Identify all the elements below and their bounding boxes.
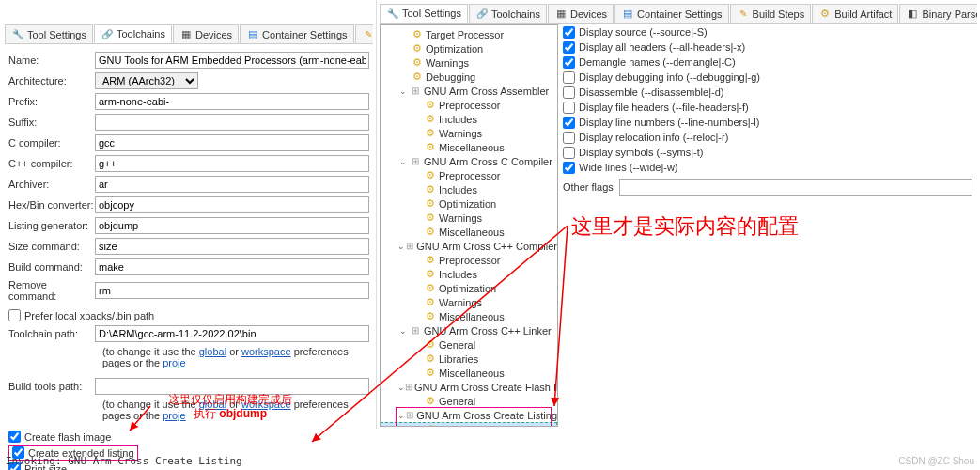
tree-cpp-preproc[interactable]: Preprocessor (381, 253, 557, 267)
rtab-devices[interactable]: Devices (548, 4, 614, 23)
steps-icon (362, 28, 373, 41)
tree-cppcomp[interactable]: ⌄GNU Arm Cross C++ Compiler (381, 239, 557, 253)
name-field[interactable] (95, 52, 369, 69)
archiver-field[interactable] (95, 176, 369, 193)
rtab-tool-settings[interactable]: Tool Settings (380, 4, 468, 23)
tab-devices[interactable]: Devices (173, 24, 239, 43)
opt-disasm[interactable] (563, 86, 575, 99)
archiver-label: Archiver: (8, 179, 95, 190)
tree-c-warnings[interactable]: Warnings (381, 211, 557, 225)
opt-wide[interactable] (563, 162, 575, 174)
expander-icon[interactable]: ⌄ (397, 242, 405, 251)
tree-linker[interactable]: ⌄GNU Arm Cross C++ Linker (381, 323, 557, 337)
tree-cpp-opt[interactable]: Optimization (381, 281, 557, 295)
rtab-build-steps[interactable]: Build Steps (730, 4, 812, 23)
rtab-binary-parsers[interactable]: Binary Parsers (899, 4, 977, 23)
tree-cpp-warnings[interactable]: Warnings (381, 295, 557, 309)
expander-icon[interactable]: ⌄ (397, 383, 405, 392)
tree-asm-misc[interactable]: Miscellaneous (381, 140, 557, 154)
tree-target-processor[interactable]: Target Processor (381, 27, 557, 41)
tree-debugging[interactable]: Debugging (381, 70, 557, 84)
right-tabstrip: Tool Settings Toolchains Devices Contain… (380, 3, 977, 24)
suffix-field[interactable] (95, 114, 369, 131)
tree-asm[interactable]: ⌄GNU Arm Cross Assembler (381, 84, 557, 98)
opt-reloc[interactable] (563, 132, 575, 144)
tree-flash-general[interactable]: General (381, 394, 557, 408)
tab-tool-settings[interactable]: Tool Settings (5, 24, 93, 43)
remove-field[interactable] (95, 282, 369, 299)
tab-container-settings[interactable]: Container Settings (240, 24, 354, 43)
opt-file-headers[interactable] (563, 102, 575, 114)
hex-field[interactable] (95, 196, 369, 213)
tree-c-includes[interactable]: Includes (381, 182, 557, 196)
project-link[interactable]: proje (163, 357, 185, 368)
gear-icon (411, 56, 424, 70)
opt-source[interactable] (563, 26, 575, 39)
expander-icon[interactable]: ⌄ (397, 157, 409, 166)
tree-cpp-misc[interactable]: Miscellaneous (381, 309, 557, 323)
ccomp-label: C compiler: (8, 137, 95, 149)
gear-icon (424, 113, 437, 126)
tree-asm-preproc[interactable]: Preprocessor (381, 98, 557, 112)
global-link[interactable]: global (199, 346, 226, 357)
tree-asm-includes[interactable]: Includes (381, 112, 557, 126)
arch-select[interactable]: ARM (AArch32) (95, 72, 198, 89)
device-icon (179, 28, 193, 41)
rtab-toolchains[interactable]: Toolchains (469, 4, 547, 23)
ccomp-field[interactable] (95, 134, 369, 151)
gear-icon (424, 395, 437, 408)
build-field[interactable] (95, 258, 369, 275)
tree-flash[interactable]: ⌄GNU Arm Cross Create Flash Image (381, 380, 557, 394)
opt-line-numbers[interactable] (563, 117, 575, 129)
wrench-icon (11, 28, 24, 41)
tree-link-general[interactable]: General (381, 337, 557, 352)
gear-icon (425, 423, 438, 428)
opt-demangle[interactable] (563, 56, 575, 69)
left-tabstrip: Tool Settings Toolchains Devices Contain… (5, 24, 373, 44)
rtab-container-settings[interactable]: Container Settings (614, 4, 729, 23)
gear-icon (424, 169, 437, 182)
opt-debug-info[interactable] (563, 71, 575, 84)
tree-c-opt[interactable]: Optimization (381, 196, 557, 211)
tree-warnings[interactable]: Warnings (381, 55, 557, 70)
cppcomp-label: C++ compiler: (8, 158, 95, 169)
expander-icon[interactable]: ⌄ (397, 411, 405, 420)
tree-optimization[interactable]: Optimization (381, 41, 557, 55)
size-field[interactable] (95, 238, 369, 255)
tree-pane[interactable]: Target Processor Optimization Warnings D… (380, 24, 558, 427)
rtab-build-artifact[interactable]: Build Artifact (812, 4, 898, 23)
buildtools-path-label: Build tools path: (8, 381, 95, 392)
container-icon (246, 28, 259, 41)
toolchain-path-field[interactable] (95, 325, 369, 342)
tree-c-misc[interactable]: Miscellaneous (381, 225, 557, 239)
gear-icon (424, 141, 437, 154)
console-output: Invoking: GNU Arm Cross Create Listing a… (6, 431, 672, 470)
tool-icon (405, 381, 412, 394)
prefix-field[interactable] (95, 93, 369, 110)
prefer-local-checkbox[interactable] (8, 309, 21, 321)
tree-cpp-includes[interactable]: Includes (381, 267, 557, 281)
tree-ccomp[interactable]: ⌄GNU Arm Cross C Compiler (381, 154, 557, 168)
opt-all-headers[interactable] (563, 41, 575, 54)
gear-icon (424, 296, 437, 309)
tree-c-preproc[interactable]: Preprocessor (381, 168, 557, 182)
tree-asm-warnings[interactable]: Warnings (381, 126, 557, 140)
tree-link-libraries[interactable]: Libraries (381, 352, 557, 366)
tree-listing-general[interactable]: General (381, 422, 557, 427)
gear-icon (424, 268, 437, 281)
gear-icon (424, 197, 437, 211)
expander-icon[interactable]: ⌄ (397, 86, 409, 96)
tab-toolchains[interactable]: Toolchains (94, 24, 172, 43)
annotation-right: 这里才是实际内容的配置 (571, 212, 799, 241)
tab-build-steps[interactable]: Build Steps (355, 24, 373, 43)
gear-icon (424, 310, 437, 323)
tree-listing[interactable]: ⌄GNU Arm Cross Create Listing (381, 408, 557, 422)
opt-syms[interactable] (563, 147, 575, 159)
other-flags-field[interactable] (619, 179, 972, 196)
watermark: CSDN @ZC Shou (898, 456, 974, 466)
tree-link-misc[interactable]: Miscellaneous (381, 366, 557, 380)
cppcomp-field[interactable] (95, 155, 369, 172)
workspace-link[interactable]: workspace (241, 346, 291, 357)
listgen-field[interactable] (95, 217, 369, 234)
expander-icon[interactable]: ⌄ (397, 326, 409, 336)
